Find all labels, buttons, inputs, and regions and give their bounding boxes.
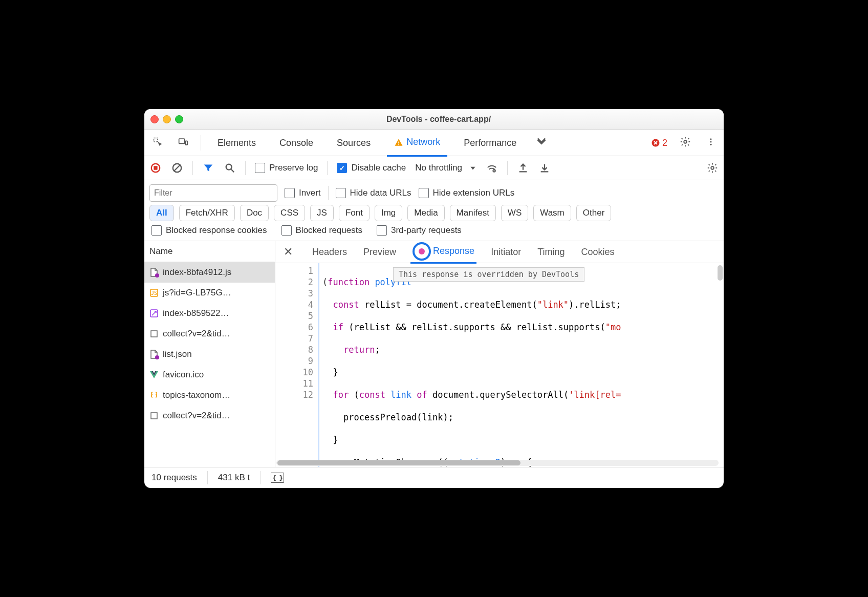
tab-elements[interactable]: Elements	[210, 130, 263, 156]
detail-tab-cookies[interactable]: Cookies	[579, 241, 617, 263]
detail-tab-response-label: Response	[433, 246, 474, 257]
line-number: 10	[277, 367, 313, 378]
network-conditions-button[interactable]	[486, 162, 498, 174]
svg-rect-2	[185, 141, 187, 145]
request-item[interactable]: JS js?id=G-LB75G…	[144, 283, 275, 303]
pill-fetch-xhr[interactable]: Fetch/XHR	[179, 205, 235, 221]
download-har-button[interactable]	[538, 162, 551, 174]
pill-all[interactable]: All	[149, 205, 174, 221]
request-name: collect?v=2&tid…	[163, 329, 230, 339]
disable-cache-label: Disable cache	[351, 163, 406, 173]
blocked-cookies-checkbox[interactable]: Blocked response cookies	[151, 225, 267, 236]
third-party-checkbox[interactable]: 3rd-party requests	[377, 225, 462, 236]
error-icon	[651, 138, 660, 147]
override-dot-icon	[155, 273, 159, 278]
inspect-element-icon[interactable]	[149, 137, 166, 149]
scrollbar-thumb[interactable]	[277, 460, 520, 465]
invert-label: Invert	[299, 188, 321, 198]
pill-media[interactable]: Media	[407, 205, 444, 221]
svg-rect-0	[154, 138, 158, 142]
request-item[interactable]: topics-taxonom…	[144, 385, 275, 406]
maximize-window-button[interactable]	[175, 115, 183, 123]
pill-wasm[interactable]: Wasm	[533, 205, 571, 221]
js-file-icon	[149, 268, 159, 277]
pill-other[interactable]: Other	[576, 205, 612, 221]
request-name: js?id=G-LB75G…	[163, 288, 231, 298]
filter-toggle-button[interactable]	[202, 162, 214, 174]
vertical-scrollbar[interactable]	[718, 265, 723, 281]
svg-text:JS: JS	[151, 290, 157, 296]
line-number: 3	[277, 288, 313, 299]
horizontal-scrollbar[interactable]	[276, 460, 719, 466]
svg-point-17	[711, 166, 714, 169]
tab-network[interactable]: Network	[387, 130, 447, 157]
pretty-print-button[interactable]: { }	[271, 473, 284, 483]
pill-font[interactable]: Font	[339, 205, 370, 221]
throttling-select[interactable]: No throttling	[415, 163, 476, 173]
hide-data-urls-checkbox[interactable]: Hide data URLs	[336, 188, 411, 198]
pill-css[interactable]: CSS	[274, 205, 305, 221]
warning-icon	[394, 138, 403, 147]
pill-manifest[interactable]: Manifest	[450, 205, 496, 221]
blocked-requests-label: Blocked requests	[296, 225, 362, 236]
detail-tab-preview[interactable]: Preview	[361, 241, 398, 263]
error-count-badge[interactable]: 2	[651, 138, 667, 148]
request-item[interactable]: list.json	[144, 344, 275, 365]
request-detail: ✕ Headers Preview Response Initiator Tim…	[275, 241, 724, 467]
pill-js[interactable]: JS	[310, 205, 334, 221]
response-code-view[interactable]: 1 2 3 4 5 6 7 8 9 10 11 12 (function pol…	[275, 263, 724, 467]
type-filter-row: All Fetch/XHR Doc CSS JS Font Img Media …	[144, 204, 724, 224]
tab-console[interactable]: Console	[272, 130, 320, 156]
close-detail-button[interactable]: ✕	[284, 245, 298, 259]
request-item[interactable]: collect?v=2&tid…	[144, 406, 275, 426]
line-number: 7	[277, 333, 313, 344]
request-item[interactable]: collect?v=2&tid…	[144, 324, 275, 344]
line-number: 1	[277, 265, 313, 276]
device-mode-icon[interactable]	[175, 137, 191, 149]
checkbox-icon	[377, 225, 387, 236]
pill-ws[interactable]: WS	[501, 205, 528, 221]
invert-checkbox[interactable]: Invert	[285, 188, 321, 198]
tab-performance[interactable]: Performance	[457, 130, 524, 156]
script-file-icon: JS	[149, 288, 159, 297]
toolbar-separator	[245, 161, 246, 175]
request-count: 10 requests	[151, 473, 197, 483]
detail-tab-timing[interactable]: Timing	[535, 241, 567, 263]
request-item[interactable]: favicon.ico	[144, 365, 275, 385]
error-count-value: 2	[662, 138, 667, 148]
preserve-log-checkbox[interactable]: Preserve log	[255, 163, 318, 173]
minimize-window-button[interactable]	[163, 115, 171, 123]
hide-extension-urls-checkbox[interactable]: Hide extension URLs	[419, 188, 515, 198]
pill-doc[interactable]: Doc	[240, 205, 269, 221]
kebab-menu-button[interactable]	[703, 137, 719, 148]
override-tooltip: This response is overridden by DevTools	[393, 267, 584, 282]
checkbox-icon	[285, 188, 295, 198]
close-window-button[interactable]	[150, 115, 159, 123]
upload-har-button[interactable]	[517, 162, 529, 174]
blocked-cookies-label: Blocked response cookies	[166, 225, 267, 236]
more-tabs-button[interactable]	[533, 136, 550, 150]
blocked-requests-checkbox[interactable]: Blocked requests	[281, 225, 362, 236]
pill-img[interactable]: Img	[375, 205, 402, 221]
detail-tab-headers[interactable]: Headers	[310, 241, 349, 263]
record-button[interactable]	[149, 162, 162, 174]
vue-icon	[149, 370, 159, 379]
svg-point-9	[710, 144, 712, 145]
network-settings-button[interactable]	[706, 162, 719, 174]
request-name: list.json	[163, 349, 192, 359]
tab-sources[interactable]: Sources	[330, 130, 378, 156]
filter-input[interactable]	[149, 184, 277, 202]
disable-cache-checkbox[interactable]: Disable cache	[337, 163, 406, 173]
fetch-icon	[149, 391, 159, 400]
line-number: 11	[277, 378, 313, 389]
detail-tab-response[interactable]: Response	[410, 241, 476, 264]
detail-tab-initiator[interactable]: Initiator	[489, 241, 523, 263]
settings-button[interactable]	[677, 136, 694, 150]
clear-button[interactable]	[171, 162, 183, 174]
footer-divider	[260, 471, 261, 484]
chevron-down-icon	[469, 164, 476, 172]
request-item[interactable]: index-8bfa4912.js	[144, 262, 275, 283]
request-item[interactable]: index-b859522…	[144, 303, 275, 324]
request-list-header[interactable]: Name	[144, 241, 275, 262]
search-button[interactable]	[224, 162, 236, 174]
